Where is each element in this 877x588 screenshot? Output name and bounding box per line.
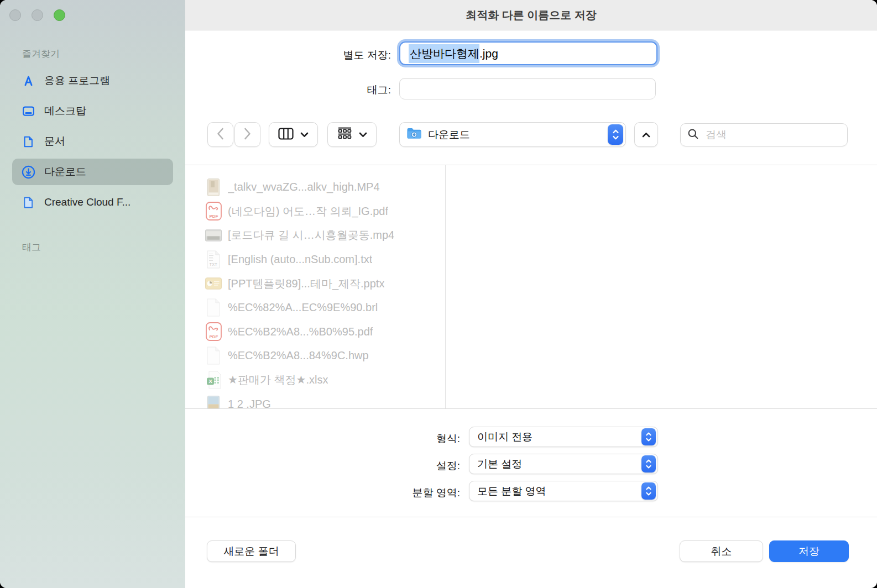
split-area-popup[interactable]: 모든 분할 영역 (469, 481, 658, 501)
tags-section-header: 태그 (0, 241, 185, 254)
search-input[interactable] (704, 128, 842, 141)
settings-popup[interactable]: 기본 설정 (469, 454, 658, 474)
search-field[interactable] (680, 123, 848, 146)
pdf-file-icon: PDF (205, 322, 222, 341)
downloads-icon (20, 164, 36, 180)
file-name: [로드다큐 길 시…시흥월곶동.mp4 (228, 228, 394, 243)
save-button[interactable]: 저장 (769, 540, 849, 562)
tags-label: 태그: (185, 83, 391, 97)
desktop-icon (20, 103, 36, 119)
chevron-up-icon (642, 130, 650, 140)
xlsx-file-icon: X (205, 371, 222, 389)
list-item[interactable]: TXT[English (auto...nSub.com].txt (185, 248, 445, 272)
stepper-icon (608, 124, 623, 145)
format-popup[interactable]: 이미지 전용 (469, 427, 658, 447)
list-item[interactable]: [로드다큐 길 시…시흥월곶동.mp4 (185, 223, 445, 248)
svg-text:X: X (208, 378, 212, 384)
dialog-title: 최적화 다른 이름으로 저장 (185, 0, 877, 30)
sidebar-item-label: Creative Cloud F... (44, 196, 130, 208)
svg-text:TXT: TXT (210, 262, 218, 266)
cancel-button[interactable]: 취소 (680, 540, 763, 562)
list-item[interactable]: [PPT템플릿89]...테마_제작.pptx (185, 271, 445, 296)
settings-popup-value: 기본 설정 (477, 457, 641, 471)
sidebar-item-label: 응용 프로그램 (44, 74, 110, 88)
file-name: [English (auto...nSub.com].txt (228, 253, 372, 266)
list-item[interactable]: PDF(네오다임) 어도…작 의뢰_IG.pdf (185, 200, 445, 224)
view-mode-button[interactable] (269, 122, 318, 147)
sidebar-item-label: 다운로드 (44, 165, 86, 179)
jpg-thumbnail-icon (205, 396, 222, 408)
file-name: _talkv_wvaZG...alkv_high.MP4 (228, 181, 380, 193)
sidebar-item-desktop[interactable]: 데스크탑 (12, 98, 173, 124)
finder-sidebar: 즐겨찾기 응용 프로그램데스크탑문서다운로드Creative Cloud F..… (0, 0, 185, 588)
svg-text:PDF: PDF (209, 214, 218, 219)
file-name: %EC%B2%A8...%B0%95.pdf (228, 326, 373, 338)
file-browser-column: _talkv_wvaZG...alkv_high.MP4PDF(네오다임) 어도… (185, 165, 445, 408)
location-popup-value: 다운로드 (428, 128, 608, 142)
generic-file-icon (205, 347, 222, 365)
filename-input[interactable]: 산방바다형제.jpg (399, 41, 657, 65)
traffic-lights (9, 9, 65, 21)
file-name: 1 2 .JPG (228, 398, 271, 408)
chevron-down-icon (359, 130, 367, 140)
minimize-button[interactable] (32, 9, 43, 21)
location-popup[interactable]: 다운로드 (399, 122, 626, 147)
list-item[interactable]: %EC%B2%A8...84%9C.hwp (185, 344, 445, 368)
collapse-dialog-button[interactable] (634, 122, 658, 147)
list-item[interactable]: 1 2 .JPG (185, 392, 445, 408)
forward-button[interactable] (234, 122, 260, 147)
chevron-down-icon (300, 130, 309, 140)
txt-file-icon: TXT (205, 250, 222, 269)
option-label-settings: 설정: (185, 459, 460, 473)
stepper-icon (641, 482, 656, 500)
appstore-icon (20, 73, 36, 88)
list-item[interactable]: PDF%EC%B2%A8...%B0%95.pdf (185, 320, 445, 344)
columns-view-icon (278, 128, 294, 142)
generic-file-icon (205, 298, 222, 317)
group-by-button[interactable] (327, 122, 377, 147)
sidebar-item-downloads[interactable]: 다운로드 (12, 159, 173, 185)
pptx-file-icon (205, 277, 222, 290)
option-label-format: 형식: (185, 432, 460, 446)
file-name: ★판매가 책정★.xlsx (228, 372, 328, 387)
document-icon (20, 134, 36, 149)
group-view-icon (337, 127, 352, 142)
stepper-icon (641, 455, 656, 473)
zoom-button[interactable] (54, 9, 65, 21)
sidebar-item-label: 데스크탑 (44, 104, 86, 118)
save-dialog-window: 즐겨찾기 응용 프로그램데스크탑문서다운로드Creative Cloud F..… (0, 0, 877, 588)
back-button[interactable] (207, 122, 233, 147)
list-item[interactable]: X★판매가 책정★.xlsx (185, 368, 445, 392)
new-folder-button[interactable]: 새로운 폴더 (207, 540, 296, 562)
downloads-folder-icon (406, 127, 422, 142)
file-name: %EC%82%A...EC%9E%90.brl (228, 301, 378, 314)
list-item[interactable]: %EC%82%A...EC%9E%90.brl (185, 296, 445, 320)
favorites-section-header: 즐겨찾기 (0, 48, 185, 61)
sidebar-item-documents[interactable]: 문서 (12, 128, 173, 155)
close-button[interactable] (9, 9, 21, 21)
stepper-icon (641, 428, 656, 445)
pdf-file-icon: PDF (205, 202, 222, 221)
sidebar-item-creative-cloud[interactable]: Creative Cloud F... (12, 189, 173, 216)
video-portrait-thumbnail-icon (205, 179, 222, 196)
file-name: %EC%B2%A8...84%9C.hwp (228, 349, 369, 362)
search-icon (687, 128, 699, 142)
sidebar-item-applications[interactable]: 응용 프로그램 (12, 67, 173, 94)
file-name: (네오다임) 어도…작 의뢰_IG.pdf (228, 204, 388, 219)
tags-input[interactable] (399, 78, 656, 99)
split-area-popup-value: 모든 분할 영역 (477, 484, 641, 498)
filename-selected-text: 산방바다형제 (409, 44, 479, 63)
option-label-split-area: 분할 영역: (185, 486, 460, 500)
sidebar-items: 응용 프로그램데스크탑문서다운로드Creative Cloud F... (0, 67, 185, 216)
forward-chevron-icon (244, 128, 251, 142)
back-chevron-icon (217, 128, 224, 142)
list-item[interactable]: _talkv_wvaZG...alkv_high.MP4 (185, 175, 445, 200)
creative-cloud-file-icon (20, 195, 36, 210)
dialog-main: 최적화 다른 이름으로 저장 별도 저장: 산방바다형제.jpg 태그: 다운로… (185, 0, 877, 588)
svg-text:PDF: PDF (209, 334, 218, 339)
options-divider (185, 408, 877, 409)
sidebar-item-label: 문서 (44, 134, 65, 149)
title-bar: 최적화 다른 이름으로 저장 (185, 0, 877, 30)
filename-extension-text: .jpg (479, 47, 498, 60)
next-column-pane (446, 165, 877, 408)
